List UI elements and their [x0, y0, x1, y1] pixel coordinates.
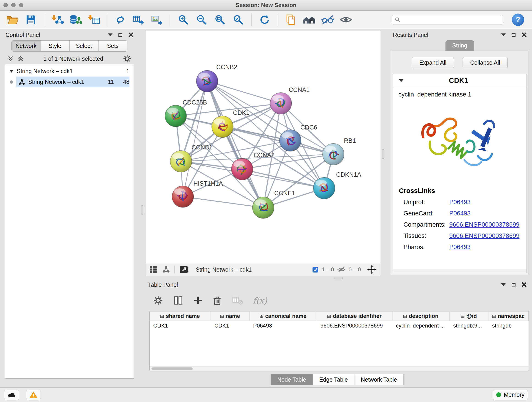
close-panel-icon[interactable]: [128, 32, 133, 37]
hidden-eye-slash-icon[interactable]: [337, 266, 346, 273]
network-node[interactable]: CCNB1: [170, 144, 213, 172]
open-session-button[interactable]: [6, 13, 19, 27]
search-box[interactable]: [392, 15, 503, 25]
float-panel-icon[interactable]: [119, 33, 122, 37]
column-icon: [403, 315, 407, 318]
gene-collapse-icon[interactable]: [399, 79, 404, 82]
column-header[interactable]: name: [211, 312, 249, 321]
results-content: Expand All Collapse All CDK1 cyclin–depe…: [391, 51, 529, 275]
crosslink-link[interactable]: 9606.ENSP00000378699: [449, 221, 519, 228]
zoom-out-button[interactable]: [195, 13, 208, 27]
table-horizontal-scrollbar[interactable]: [150, 366, 529, 370]
cloud-status-button[interactable]: [4, 390, 19, 400]
title-bar: Session: New Session: [0, 0, 532, 11]
results-scrollbar[interactable]: [393, 269, 526, 273]
network-edge[interactable]: [183, 197, 263, 208]
search-input[interactable]: [403, 17, 500, 23]
network-node[interactable]: CCNA1: [270, 86, 310, 114]
network-row-selected[interactable]: String Network – cdk1 11 48: [16, 77, 129, 87]
help-label: ?: [516, 15, 520, 24]
network-edge[interactable]: [207, 81, 281, 103]
gear-icon[interactable]: [123, 54, 132, 63]
network-view-canvas[interactable]: CCNB2CCNA1CDC25BCDK1CDC6RB1CCNB1CCNA2CDK…: [145, 30, 381, 263]
zoom-selected-button[interactable]: [232, 13, 245, 27]
import-table-file-button[interactable]: [87, 13, 101, 27]
new-network-from-selection-button[interactable]: [114, 13, 127, 27]
close-panel-icon[interactable]: [521, 32, 526, 37]
collapse-all-icon[interactable]: [17, 56, 24, 62]
export-image-button[interactable]: [150, 13, 164, 27]
splitter-handle[interactable]: [141, 205, 143, 215]
network-share-small-icon[interactable]: [162, 266, 170, 273]
column-header[interactable]: database identifier: [317, 312, 392, 321]
pan-crosshair-icon[interactable]: [367, 265, 376, 274]
tab-edge-table[interactable]: Edge Table: [312, 374, 355, 385]
splitter-handle[interactable]: [334, 277, 343, 279]
new-table-button[interactable]: [132, 13, 145, 27]
table-row[interactable]: CDK1CDK1P064939606.ENSP00000378699cyclin…: [150, 321, 529, 331]
network-row[interactable]: String Network – cdk1 11 48: [5, 77, 133, 87]
table-gear-icon[interactable]: [153, 295, 163, 306]
network-canvas-svg[interactable]: CCNB2CCNA1CDC25BCDK1CDC6RB1CCNB1CCNA2CDK…: [146, 31, 380, 263]
select-columns-icon[interactable]: [173, 295, 183, 306]
warnings-button[interactable]: [26, 390, 41, 400]
toggle-enhanced-labels-button[interactable]: [321, 13, 334, 27]
network-edge[interactable]: [183, 81, 207, 197]
column-header[interactable]: shared name: [150, 312, 211, 321]
delete-column-icon[interactable]: [213, 295, 222, 306]
network-collection-row[interactable]: String Network – cdk1 1: [5, 66, 133, 77]
zoom-fit-button[interactable]: [213, 13, 227, 27]
crosslink-link[interactable]: P06493: [449, 210, 471, 217]
crosslink-link[interactable]: P06493: [449, 244, 471, 251]
scrollbar-thumb[interactable]: [152, 367, 193, 370]
tree-expand-icon[interactable]: [9, 70, 13, 73]
column-header[interactable]: @id: [450, 312, 488, 321]
gene-header[interactable]: CDK1: [393, 74, 526, 87]
splitter-handle[interactable]: [382, 149, 384, 159]
add-column-icon[interactable]: [193, 296, 203, 305]
column-header[interactable]: namespac: [488, 312, 529, 321]
tab-select[interactable]: Select: [70, 41, 99, 51]
apply-layout-button[interactable]: [258, 13, 271, 27]
import-network-file-button[interactable]: [51, 13, 64, 27]
column-header[interactable]: description: [392, 312, 450, 321]
expand-all-button[interactable]: Expand All: [412, 57, 454, 68]
copy-document-icon: [286, 14, 296, 26]
column-header[interactable]: canonical name: [249, 312, 317, 321]
collapse-panel-icon[interactable]: [501, 283, 506, 286]
open-external-icon[interactable]: [179, 265, 189, 274]
network-name: String Network – cdk1: [28, 79, 84, 85]
string-home-button[interactable]: [303, 13, 316, 27]
expand-all-icon[interactable]: [7, 56, 14, 62]
window-title: Session: New Session: [0, 2, 532, 8]
save-session-button[interactable]: [24, 13, 38, 27]
eye-icon: [340, 15, 352, 25]
crosslink-link[interactable]: P06493: [449, 199, 471, 206]
crosslink-link[interactable]: 9606.ENSP00000378699: [449, 232, 519, 240]
zoom-in-button[interactable]: [177, 13, 190, 27]
collapse-panel-icon[interactable]: [108, 33, 113, 36]
help-button[interactable]: ?: [512, 13, 524, 26]
close-panel-icon[interactable]: [521, 282, 526, 287]
show-hide-button[interactable]: [339, 13, 353, 27]
network-edge[interactable]: [242, 169, 324, 188]
tab-network[interactable]: Network: [12, 41, 41, 51]
tab-sets[interactable]: Sets: [99, 41, 127, 51]
string-results-tab[interactable]: String: [445, 40, 474, 51]
tab-style[interactable]: Style: [41, 41, 70, 51]
collapse-panel-icon[interactable]: [501, 33, 506, 36]
copy-document-button[interactable]: [284, 13, 298, 27]
import-network-database-button[interactable]: [69, 13, 82, 27]
collapse-all-button[interactable]: Collapse All: [462, 57, 508, 68]
network-node[interactable]: HIST1H1A: [172, 180, 223, 207]
network-edge[interactable]: [207, 81, 263, 208]
selected-checkbox-icon[interactable]: [312, 267, 318, 273]
float-panel-icon[interactable]: [512, 283, 515, 287]
float-panel-icon[interactable]: [512, 33, 515, 37]
network-node[interactable]: CDKN1A: [313, 171, 361, 199]
network-node[interactable]: RB1: [323, 137, 356, 165]
tab-node-table[interactable]: Node Table: [271, 374, 313, 385]
tab-network-table[interactable]: Network Table: [354, 374, 404, 385]
memory-button[interactable]: Memory: [493, 390, 528, 400]
grid-view-icon[interactable]: [150, 265, 158, 274]
